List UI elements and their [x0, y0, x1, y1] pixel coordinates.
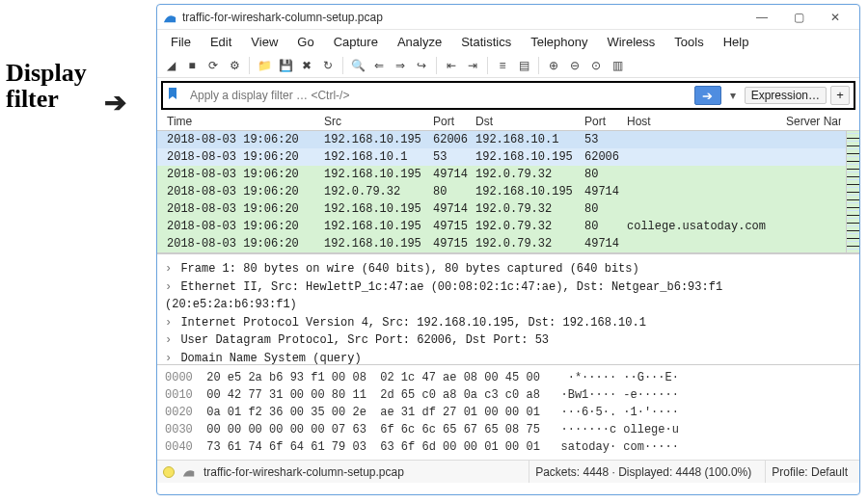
- arrow-left-icon[interactable]: ⇐: [369, 56, 389, 75]
- packet-bytes-pane[interactable]: 0000 20 e5 2a b6 93 f1 00 08 02 1c 47 ae…: [157, 365, 859, 460]
- colorize-icon[interactable]: ▤: [514, 56, 533, 75]
- column-dst[interactable]: Dst: [472, 113, 581, 130]
- resize-cols-icon[interactable]: ▥: [608, 56, 627, 75]
- status-bar: traffic-for-wireshark-column-setup.pcap …: [157, 460, 859, 483]
- detail-line[interactable]: User Datagram Protocol, Src Port: 62006,…: [165, 331, 852, 350]
- packet-row[interactable]: 2018-08-03 19:06:20192.168.10.153192.168…: [157, 148, 859, 166]
- zoom-reset-icon[interactable]: ⊙: [586, 56, 606, 75]
- column-host[interactable]: Host: [623, 113, 782, 130]
- apply-filter-button[interactable]: ➔: [694, 86, 721, 105]
- bookmark-icon[interactable]: [167, 87, 182, 104]
- close-button[interactable]: ✕: [817, 7, 854, 28]
- detail-line[interactable]: Internet Protocol Version 4, Src: 192.16…: [165, 314, 852, 332]
- menu-file[interactable]: File: [163, 33, 199, 51]
- refresh-icon[interactable]: ⟳: [203, 56, 223, 75]
- menu-bar: FileEditViewGoCaptureAnalyzeStatisticsTe…: [157, 30, 859, 54]
- folder-icon[interactable]: 📁: [255, 56, 274, 75]
- close-file-icon[interactable]: ✖: [297, 56, 316, 75]
- capture-file-icon: [182, 465, 196, 479]
- search-icon[interactable]: 🔍: [348, 56, 367, 75]
- menu-analyze[interactable]: Analyze: [390, 33, 449, 51]
- save-icon[interactable]: 💾: [276, 56, 295, 75]
- detail-line[interactable]: Ethernet II, Src: HewlettP_1c:47:ae (00:…: [165, 278, 852, 314]
- packet-list-pane: TimeSrcPortDstPortHostServer Name 2018-0…: [157, 112, 859, 253]
- app-icon: [163, 11, 176, 24]
- window-title: traffic-for-wireshark-column-setup.pcap: [182, 11, 744, 24]
- packet-row[interactable]: 2018-08-03 19:06:20192.0.79.3280192.168.…: [157, 183, 859, 200]
- expert-info-icon[interactable]: [163, 466, 175, 478]
- column-port[interactable]: Port: [429, 113, 472, 130]
- menu-edit[interactable]: Edit: [203, 33, 239, 51]
- packet-list-body[interactable]: 2018-08-03 19:06:20192.168.10.1956200619…: [157, 131, 859, 252]
- menu-statistics[interactable]: Statistics: [453, 33, 519, 51]
- hex-line[interactable]: 0010 00 42 77 31 00 00 80 11 2d 65 c0 a8…: [165, 386, 852, 404]
- menu-tools[interactable]: Tools: [666, 33, 711, 51]
- packet-row[interactable]: 2018-08-03 19:06:20192.168.10.1954971419…: [157, 166, 859, 183]
- filter-history-dropdown[interactable]: ▾: [725, 86, 741, 105]
- zoom-in-icon[interactable]: ⊕: [544, 56, 563, 75]
- last-icon[interactable]: ⇥: [463, 56, 482, 75]
- goto-icon[interactable]: ↪: [412, 56, 431, 75]
- wireshark-window: traffic-for-wireshark-column-setup.pcap …: [156, 4, 860, 495]
- first-icon[interactable]: ⇤: [442, 56, 461, 75]
- packet-details-pane[interactable]: Frame 1: 80 bytes on wire (640 bits), 80…: [157, 253, 859, 365]
- display-filter-bar: ➔ ▾ Expression… +: [161, 81, 855, 110]
- packet-row[interactable]: 2018-08-03 19:06:20192.168.10.1956200619…: [157, 131, 859, 148]
- packet-list-header[interactable]: TimeSrcPortDstPortHostServer Name: [157, 112, 859, 131]
- menu-wireless[interactable]: Wireless: [599, 33, 663, 51]
- status-file: traffic-for-wireshark-column-setup.pcap: [203, 465, 404, 479]
- annotation-label: Display filter: [6, 60, 87, 113]
- column-src[interactable]: Src: [320, 113, 429, 130]
- fin-icon[interactable]: ◢: [161, 56, 180, 75]
- autoscroll-icon[interactable]: ≡: [493, 56, 512, 75]
- gear-icon[interactable]: ⚙: [225, 56, 244, 75]
- hex-line[interactable]: 0020 0a 01 f2 36 00 35 00 2e ae 31 df 27…: [165, 404, 852, 421]
- add-filter-button[interactable]: +: [830, 86, 850, 105]
- hex-line[interactable]: 0030 00 00 00 00 00 00 07 63 6f 6c 6c 65…: [165, 421, 852, 438]
- expression-button[interactable]: Expression…: [745, 87, 827, 104]
- menu-help[interactable]: Help: [716, 33, 757, 51]
- column-port[interactable]: Port: [581, 113, 623, 130]
- stop-icon[interactable]: ■: [182, 56, 202, 75]
- arrow-right-icon: ➔: [702, 89, 713, 103]
- detail-line[interactable]: Frame 1: 80 bytes on wire (640 bits), 80…: [165, 260, 852, 278]
- menu-go[interactable]: Go: [289, 33, 321, 51]
- minimize-button[interactable]: —: [744, 7, 780, 28]
- arrow-icon: ➔: [104, 87, 126, 119]
- status-profile[interactable]: Profile: Default: [765, 461, 854, 483]
- hex-line[interactable]: 0000 20 e5 2a b6 93 f1 00 08 02 1c 47 ae…: [165, 369, 852, 386]
- detail-line[interactable]: Domain Name System (query): [165, 350, 852, 365]
- packet-row[interactable]: 2018-08-03 19:06:20192.168.10.1954971419…: [157, 200, 859, 218]
- arrow-right-icon[interactable]: ⇒: [391, 56, 410, 75]
- column-time[interactable]: Time: [163, 113, 320, 130]
- packet-minimap[interactable]: [846, 131, 859, 252]
- display-filter-input[interactable]: [186, 86, 691, 105]
- packet-row[interactable]: 2018-08-03 19:06:20192.168.10.1954971519…: [157, 218, 859, 235]
- hex-line[interactable]: 0040 73 61 74 6f 64 61 79 03 63 6f 6d 00…: [165, 438, 852, 456]
- menu-capture[interactable]: Capture: [326, 33, 386, 51]
- maximize-button[interactable]: ▢: [780, 7, 817, 28]
- status-packet-count: Packets: 4448 · Displayed: 4448 (100.0%): [529, 461, 757, 483]
- packet-row[interactable]: 2018-08-03 19:06:20192.168.10.1954971519…: [157, 235, 859, 252]
- window-titlebar: traffic-for-wireshark-column-setup.pcap …: [157, 5, 859, 30]
- zoom-out-icon[interactable]: ⊖: [565, 56, 584, 75]
- menu-telephony[interactable]: Telephony: [523, 33, 595, 51]
- column-server-name[interactable]: Server Name: [782, 113, 841, 130]
- main-toolbar: ◢■⟳⚙📁💾✖↻🔍⇐⇒↪⇤⇥≡▤⊕⊖⊙▥: [157, 54, 859, 78]
- reload-icon[interactable]: ↻: [318, 56, 338, 75]
- menu-view[interactable]: View: [243, 33, 285, 51]
